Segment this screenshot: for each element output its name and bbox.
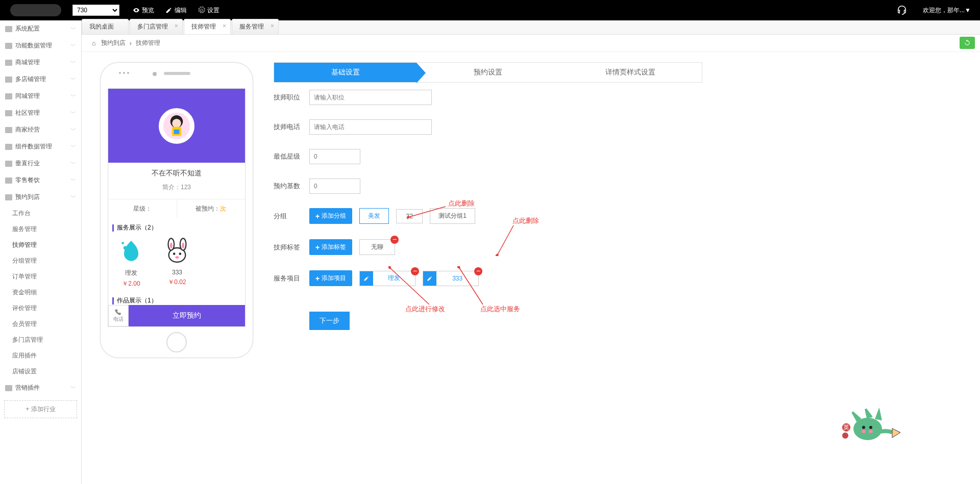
service-item[interactable]: 理发 ￥2.00 [113, 237, 149, 288]
mascot-icon: 英 [842, 406, 903, 443]
tab-detail-style[interactable]: 详情页样式设置 [559, 63, 702, 82]
svg-rect-4 [174, 130, 180, 134]
edit-link[interactable]: 编辑 [165, 6, 187, 15]
sidebar-item[interactable]: 垂直行业﹀ [0, 155, 81, 172]
sidebar-sub[interactable]: 会员管理 [0, 316, 81, 332]
sidebar-item[interactable]: 多店铺管理﹀ [0, 71, 81, 88]
support-icon[interactable] [896, 4, 908, 17]
close-icon[interactable]: × [175, 22, 178, 30]
label-group: 分组 [274, 212, 309, 221]
edit-icon[interactable] [360, 271, 373, 286]
call-button[interactable]: 电话 [108, 305, 129, 326]
svg-point-6 [121, 242, 124, 244]
svg-point-21 [869, 426, 872, 429]
add-tag-button[interactable]: +添加标签 [309, 239, 352, 255]
tab-desktop[interactable]: 我的桌面 [82, 19, 129, 34]
sidebar-sub[interactable]: 服务管理 [0, 221, 81, 237]
svg-point-14 [182, 243, 184, 249]
svg-point-13 [170, 243, 173, 249]
service-tag[interactable]: 333 − [423, 271, 479, 286]
sidebar-sub[interactable]: 订单管理 [0, 269, 81, 285]
sidebar-sub-tech[interactable]: 技师管理 [0, 237, 81, 253]
svg-point-26 [842, 432, 848, 439]
form-tabset: 基础设置 预约设置 详情页样式设置 [274, 62, 702, 83]
sidebar-sub[interactable]: 分组管理 [0, 253, 81, 269]
stat-book: 被预约：次 [177, 199, 246, 218]
sidebar-item-booking[interactable]: 预约到店﹀ [0, 189, 81, 206]
add-group-button[interactable]: +添加分组 [309, 208, 352, 224]
sidebar-item[interactable]: 组件数据管理﹀ [0, 138, 81, 155]
profile-header [108, 89, 245, 163]
profile-name: 不在不听不知道 [108, 169, 245, 178]
settings-link[interactable]: 设置 [198, 6, 219, 15]
star-input[interactable] [309, 149, 360, 164]
tab-basic-settings[interactable]: 基础设置 [274, 63, 416, 82]
store-select[interactable]: 730 [72, 5, 119, 16]
sidebar-sub[interactable]: 资金明细 [0, 285, 81, 300]
svg-point-11 [179, 252, 182, 255]
sidebar-item[interactable]: 系统配置﹀ [0, 20, 81, 37]
label-services: 服务项目 [274, 274, 309, 283]
tab-service[interactable]: 服务管理× [232, 19, 279, 34]
form-area: 基础设置 预约设置 详情页样式设置 技师职位 技师电话 最低星级 预 [274, 62, 702, 358]
delete-icon[interactable]: − [474, 267, 482, 275]
label-phone: 技师电话 [274, 122, 309, 132]
base-input[interactable] [309, 179, 360, 194]
delete-icon[interactable]: − [390, 236, 399, 244]
label-tags: 技师标签 [274, 243, 309, 252]
sidebar-item[interactable]: 零售餐饮﹀ [0, 172, 81, 189]
sidebar-sub[interactable]: 应用插件 [0, 348, 81, 364]
sidebar-sub[interactable]: 评价管理 [0, 300, 81, 316]
annotation: 点此删除 [448, 199, 475, 208]
stat-star: 星级： [108, 199, 177, 218]
technician-tag[interactable]: 无聊 − [359, 239, 395, 255]
sidebar-item[interactable]: 商家经营﹀ [0, 121, 81, 138]
phone-input[interactable] [309, 119, 432, 135]
close-icon[interactable]: × [223, 22, 226, 30]
svg-point-23 [869, 430, 873, 433]
refresh-icon [964, 39, 971, 46]
sidebar-item[interactable]: 社区管理﹀ [0, 105, 81, 121]
svg-point-22 [862, 430, 866, 433]
gear-icon [198, 7, 205, 14]
welcome-text[interactable]: 欢迎您，那年...▼ [923, 6, 971, 15]
label-star: 最低星级 [274, 152, 309, 161]
position-input[interactable] [309, 90, 432, 105]
sidebar-sub[interactable]: 工作台 [0, 206, 81, 221]
sidebar-item[interactable]: 功能数据管理﹀ [0, 37, 81, 54]
service-item[interactable]: 333 ￥0.02 [159, 237, 195, 288]
delete-icon[interactable]: − [411, 267, 419, 275]
phone-preview: 不在不听不知道 简介：123 星级： 被预约：次 服务展示（2） 理发 ￥2.0… [100, 62, 253, 358]
home-button [166, 332, 187, 352]
preview-link[interactable]: 预览 [133, 6, 154, 15]
logo [10, 4, 61, 16]
service-tag[interactable]: 理发 − [359, 271, 415, 286]
topbar: 730 预览 编辑 设置 欢迎您，那年...▼ [0, 0, 980, 20]
group-tag[interactable]: 美发 [359, 208, 389, 224]
edit-icon[interactable] [423, 271, 436, 286]
sidebar-item[interactable]: 商城管理﹀ [0, 54, 81, 71]
next-button[interactable]: 下一步 [309, 312, 350, 330]
sidebar-item[interactable]: 同城管理﹀ [0, 88, 81, 105]
page-tabs: 我的桌面 多门店管理× 技师管理× 服务管理× [82, 20, 980, 35]
add-industry-button[interactable]: + 添加行业 [4, 400, 77, 418]
profile-intro: 简介：123 [108, 183, 245, 192]
svg-point-12 [176, 256, 179, 259]
close-icon[interactable]: × [271, 22, 274, 30]
tab-technician[interactable]: 技师管理× [184, 19, 231, 34]
group-tag[interactable]: 32 [396, 209, 423, 223]
sidebar-item[interactable]: 营销插件﹀ [0, 379, 81, 396]
svg-point-20 [862, 426, 865, 429]
tab-booking-settings[interactable]: 预约设置 [416, 63, 559, 82]
add-service-button[interactable]: +添加项目 [309, 270, 352, 286]
group-tag[interactable]: 测试分组1 [430, 208, 475, 224]
svg-text:英: 英 [843, 424, 849, 431]
tab-multistore[interactable]: 多门店管理× [130, 19, 183, 34]
sidebar-sub[interactable]: 多门店管理 [0, 332, 81, 348]
avatar [159, 108, 194, 144]
sidebar-sub[interactable]: 店铺设置 [0, 364, 81, 379]
book-now-button[interactable]: 立即预约 [129, 305, 245, 326]
svg-point-5 [124, 246, 127, 250]
label-base: 预约基数 [274, 182, 309, 191]
refresh-button[interactable] [960, 37, 975, 49]
